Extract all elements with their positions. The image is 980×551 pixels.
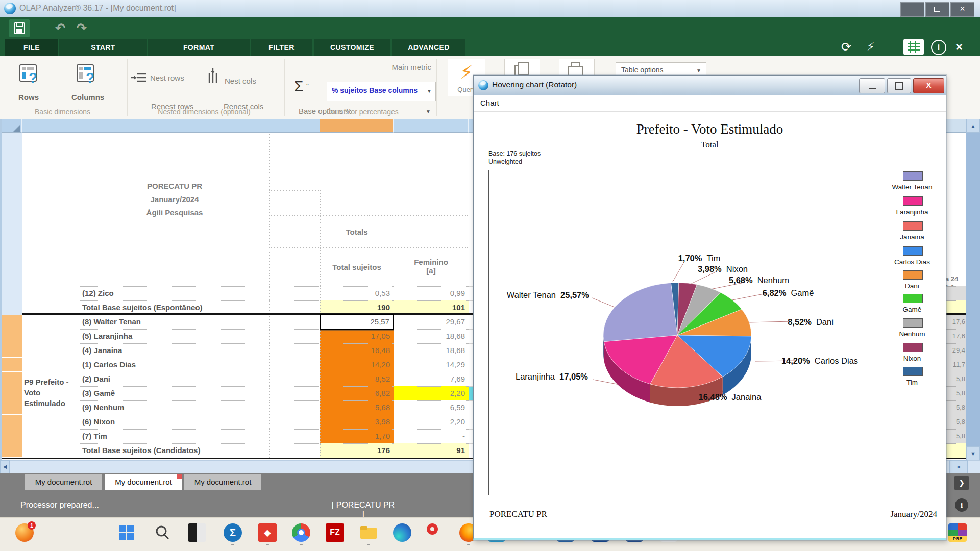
taskbar-search-icon[interactable] — [153, 523, 172, 542]
run-lightning-icon[interactable]: ⚡ — [867, 40, 874, 54]
total-sujeitos-cell[interactable]: 1,70 — [320, 429, 394, 443]
ribbon-tab-filter[interactable]: FILTER — [251, 39, 312, 56]
vertical-scrollbar[interactable] — [966, 119, 980, 460]
total-sujeitos-cell[interactable]: 190 — [320, 300, 394, 315]
empty-cell[interactable] — [270, 415, 320, 429]
taskbar-chrome-icon[interactable] — [292, 523, 310, 542]
empty-cell[interactable] — [270, 286, 320, 300]
feminino-cell[interactable]: 14,29 — [394, 358, 469, 372]
feminino-cell[interactable]: 18,68 — [394, 329, 469, 343]
document-tab[interactable]: My document.rot — [184, 474, 261, 490]
feminino-cell[interactable]: 101 — [394, 300, 469, 315]
feminino-cell[interactable]: 2,20 — [394, 386, 469, 400]
row-band-header[interactable] — [0, 133, 22, 286]
row-band-cell[interactable] — [0, 429, 22, 443]
empty-cell[interactable] — [270, 429, 320, 443]
hover-close-button[interactable]: X — [913, 78, 944, 93]
row-band-cell[interactable] — [0, 400, 22, 415]
row-band-cell[interactable] — [0, 372, 22, 386]
column-header-band[interactable] — [22, 119, 320, 133]
row-band-cell[interactable] — [0, 329, 22, 343]
row-label[interactable]: (6) Nixon — [80, 415, 270, 429]
total-sujeitos-cell[interactable]: 176 — [320, 443, 394, 458]
partial-column-cell[interactable]: 5,8 — [945, 386, 966, 400]
nest-rows-button[interactable]: Nest rows — [150, 73, 184, 82]
row-label[interactable]: (4) Janaina — [80, 343, 270, 358]
row-label[interactable]: Total Base sujeitos (Espontâneo) — [80, 300, 270, 315]
total-sujeitos-cell[interactable]: 14,20 — [320, 358, 394, 372]
empty-cell[interactable] — [270, 372, 320, 386]
taskbar-opera-icon[interactable] — [427, 523, 438, 535]
ribbon-tab-advanced[interactable]: ADVANCED — [392, 39, 465, 56]
redo-button[interactable]: ↷ — [77, 20, 87, 36]
status-info-icon[interactable]: i — [955, 498, 968, 512]
selected-cell[interactable]: 25,57 — [320, 314, 394, 330]
total-sujeitos-cell[interactable]: 5,68 — [320, 400, 394, 415]
feminino-cell[interactable]: 18,68 — [394, 343, 469, 358]
ribbon-tab-format[interactable]: FORMAT — [148, 39, 250, 56]
row-label[interactable]: Total Base sujeitos (Candidatos) — [80, 443, 270, 458]
hover-minimize-button[interactable] — [859, 78, 885, 93]
refresh-icon[interactable]: ⟳ — [841, 40, 851, 54]
feminino-cell[interactable]: 0,99 — [394, 286, 469, 300]
empty-cell[interactable] — [270, 315, 320, 329]
empty-cell[interactable] — [270, 358, 320, 372]
partial-column-cell[interactable] — [945, 300, 966, 315]
feminino-cell[interactable]: - — [394, 429, 469, 443]
row-band-cell[interactable] — [0, 415, 22, 429]
partial-column-cell[interactable]: 11,7 — [945, 358, 966, 372]
taskbar-edge-icon[interactable] — [393, 523, 411, 542]
empty-cell[interactable] — [270, 343, 320, 358]
ribbon-close-icon[interactable]: × — [955, 40, 963, 54]
total-sujeitos-cell[interactable]: 16,48 — [320, 343, 394, 358]
partial-column-cell[interactable]: 5,8 — [945, 415, 966, 429]
hover-window-titlebar[interactable]: Hovering chart (Rotator) X — [474, 76, 946, 95]
row-label[interactable]: (8) Walter Tenan — [80, 315, 270, 329]
partial-column-cell[interactable]: 5,8 — [945, 400, 966, 415]
save-button[interactable] — [9, 19, 30, 37]
empty-cell[interactable] — [270, 386, 320, 400]
grid-options-icon[interactable] — [903, 39, 924, 55]
chart-tab[interactable]: Chart — [480, 98, 499, 107]
taskbar-start-icon[interactable] — [117, 523, 136, 542]
pie-chart[interactable]: Walter Tenan25,57%Laranjinha17,05%16,48%… — [489, 170, 870, 495]
partial-column-cell[interactable]: 5,8 — [945, 372, 966, 386]
row-band-cell[interactable] — [0, 386, 22, 400]
empty-cell[interactable] — [270, 443, 320, 458]
scroll-up-icon[interactable]: ▲ — [966, 119, 980, 133]
column-header-band[interactable] — [945, 119, 966, 133]
total-sujeitos-cell[interactable]: 6,82 — [320, 386, 394, 400]
partial-column-cell[interactable]: 5,8 — [945, 429, 966, 443]
partial-column-cell[interactable]: 29,4 — [945, 343, 966, 358]
close-button[interactable]: × — [950, 2, 974, 17]
restore-button[interactable] — [925, 2, 949, 17]
row-label[interactable]: (12) Zico — [80, 286, 270, 300]
feminino-cell[interactable]: 7,69 — [394, 372, 469, 386]
hover-maximize-button[interactable] — [887, 78, 911, 93]
row-band-cell[interactable] — [0, 358, 22, 372]
row-label[interactable]: (7) Tim — [80, 429, 270, 443]
partial-column-cell[interactable] — [945, 443, 966, 458]
pie-slice-walter-tenan[interactable] — [603, 283, 677, 341]
minimize-button[interactable]: — — [900, 2, 924, 17]
total-sujeitos-cell[interactable]: 3,98 — [320, 415, 394, 429]
row-label[interactable]: (2) Dani — [80, 372, 270, 386]
row-label[interactable]: (5) Laranjinha — [80, 329, 270, 343]
feminino-cell[interactable]: 2,20 — [394, 415, 469, 429]
scroll-down-icon[interactable]: ▼ — [966, 446, 980, 460]
document-tab[interactable]: My document.rot — [105, 474, 182, 490]
ribbon-tab-file[interactable]: FILE — [5, 39, 58, 56]
feminino-cell[interactable]: 6,59 — [394, 400, 469, 415]
partial-column-cell[interactable] — [945, 286, 966, 300]
row-band-cell[interactable] — [0, 443, 22, 458]
info-icon[interactable]: i — [931, 40, 946, 55]
taskbar-explorer-folder-icon[interactable] — [359, 523, 378, 542]
panel-chevron-icon[interactable]: ❯ — [954, 476, 969, 490]
empty-cell[interactable] — [270, 400, 320, 415]
taskbar-filezilla-icon[interactable]: FZ — [326, 523, 344, 542]
row-band-cell[interactable] — [0, 343, 22, 358]
scroll-left-icon[interactable]: ◀ — [0, 460, 10, 473]
metric-dropdown[interactable]: % sujeitos Base columns ▼ — [327, 82, 436, 101]
column-header-band[interactable] — [394, 119, 469, 133]
feminino-cell[interactable]: 29,67 — [394, 315, 469, 329]
